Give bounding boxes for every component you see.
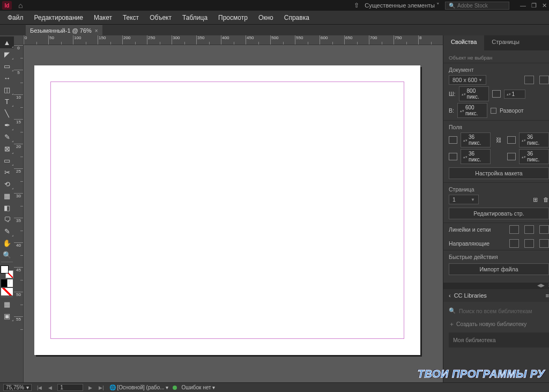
delete-page-icon[interactable]: 🗑 (543, 196, 549, 203)
baseline-grid-icon[interactable] (524, 225, 534, 234)
home-icon[interactable]: ⌂ (18, 1, 23, 10)
ruler-icon[interactable] (509, 225, 519, 234)
page-tool[interactable]: ▭ (0, 60, 14, 72)
preflight-label[interactable]: Ошибок нет ▾ (181, 384, 215, 390)
cc-libraries-header[interactable]: ‹ CC Libraries≡ (443, 289, 549, 302)
nav-first-icon[interactable]: |◀ (36, 385, 43, 390)
margin-bottom-icon (449, 153, 457, 160)
guides-label: Направляющие (449, 240, 489, 247)
margin-right-icon (507, 153, 516, 160)
margin-left-input[interactable]: ▴▾36 пикс. (519, 132, 549, 147)
zoom-selector[interactable]: 75,75% ▾ (3, 384, 32, 391)
gap-tool[interactable]: ↔ (0, 72, 14, 84)
zoom-tool[interactable]: 🔍 (0, 249, 14, 261)
gradient-feather-tool[interactable]: ◧ (0, 202, 14, 213)
tab-close-icon[interactable]: × (95, 28, 98, 34)
view-mode-normal[interactable]: ▦ (0, 298, 14, 310)
eyedropper-tool[interactable]: ✎ (0, 225, 14, 237)
width-input[interactable]: ▴▾800 пикс. (459, 86, 489, 101)
content-collector-tool[interactable]: ◫ (0, 84, 14, 95)
document-tab[interactable]: Безымянный-1 @ 76% × (26, 25, 102, 35)
facing-pages-label: Разворот (500, 107, 524, 114)
ruler-horizontal[interactable]: 050 100150 200250 300350 400450 500550 6… (24, 35, 443, 45)
share-icon[interactable]: ⇧ (354, 2, 359, 9)
master-page-indicator[interactable]: 🌐 [Основной] (рабо... ▾ (109, 384, 169, 390)
menu-edit[interactable]: Редактирование (29, 12, 88, 24)
ruler-vertical[interactable]: 05 1015 2025 3035 4045 5055 (14, 45, 24, 382)
menu-file[interactable]: Файл (2, 12, 29, 24)
line-tool[interactable]: ╲ (0, 107, 14, 119)
minimize-button[interactable]: — (520, 2, 526, 9)
scissors-tool[interactable]: ✂ (0, 166, 14, 178)
viewport[interactable] (24, 45, 443, 382)
direct-selection-tool[interactable]: ◤ (0, 48, 14, 60)
link-margins-icon[interactable]: ⛓ (496, 137, 502, 143)
height-input[interactable]: ▴▾600 пикс. (457, 103, 487, 118)
watermark: ТВОИ ПРОГРАММЫ РУ (418, 368, 545, 380)
preset-selector[interactable]: 800 x 600▼ (449, 75, 486, 85)
nav-prev-icon[interactable]: ◀ (47, 385, 53, 390)
canvas-area: 050 100150 200250 300350 400450 500550 6… (14, 35, 443, 382)
new-page-icon[interactable]: ⊞ (533, 196, 538, 203)
pages-icon (492, 90, 501, 98)
cc-new-library[interactable]: ＋ Создать новую библиотеку (449, 321, 549, 328)
menu-view[interactable]: Просмотр (213, 12, 253, 24)
guides-icon-1[interactable] (509, 239, 519, 248)
stock-search-input[interactable]: 🔍 Adobe Stock (445, 2, 509, 10)
menu-table[interactable]: Таблица (177, 12, 213, 24)
nav-next-icon[interactable]: ▶ (87, 385, 93, 390)
layout-settings-button[interactable]: Настройка макета (449, 167, 549, 179)
import-file-button[interactable]: Импорт файла (449, 263, 549, 275)
title-bar: Id ⌂ ⇧ Существенные элементы ˅ 🔍 Adobe S… (0, 0, 549, 11)
margin-top-icon (449, 136, 457, 144)
pencil-tool[interactable]: ✎ (0, 131, 14, 143)
document-grid-icon[interactable] (539, 225, 549, 234)
pen-tool[interactable]: ✒ (0, 119, 14, 131)
menu-object[interactable]: Объект (144, 12, 177, 24)
page[interactable] (34, 65, 420, 355)
panel-collapse-icon[interactable]: ◀▶ (537, 283, 545, 289)
tab-pages[interactable]: Страницы (484, 35, 527, 50)
margins-section-label: Поля (449, 124, 549, 130)
pages-input[interactable]: ▴▾1 (504, 90, 525, 99)
margin-right-input[interactable]: ▴▾36 пикс. (519, 149, 549, 164)
margin-bottom-input[interactable]: ▴▾36 пикс. (461, 149, 491, 164)
note-tool[interactable]: 🗨 (0, 213, 14, 225)
tab-properties[interactable]: Свойства (443, 35, 484, 50)
type-tool[interactable]: T (0, 95, 14, 107)
page-section-label: Страница (449, 186, 549, 193)
orientation-portrait-icon[interactable] (524, 76, 534, 84)
rectangle-frame-tool[interactable]: ⊠ (0, 143, 14, 154)
menu-type[interactable]: Текст (117, 12, 144, 24)
maximize-button[interactable]: ❐ (531, 2, 537, 9)
view-mode-preview[interactable]: ▣ (0, 310, 14, 322)
margin-top-input[interactable]: ▴▾36 пикс. (461, 132, 491, 147)
menu-layout[interactable]: Макет (88, 12, 117, 24)
orientation-landscape-icon[interactable] (539, 76, 549, 84)
menu-bar: Файл Редактирование Макет Текст Объект Т… (0, 11, 549, 25)
edit-page-button[interactable]: Редактировать стр. (449, 208, 549, 219)
selection-tool[interactable]: ▲ (0, 36, 14, 48)
apply-none[interactable] (1, 288, 13, 295)
cc-search-input[interactable]: 🔍 Поиск по всем библиотекам (449, 307, 549, 314)
close-button[interactable]: ✕ (542, 2, 547, 9)
facing-pages-checkbox[interactable] (491, 108, 496, 114)
hand-tool[interactable]: ✋ (0, 237, 14, 249)
page-number-selector[interactable]: 1▼ (449, 195, 479, 204)
workspace-selector[interactable]: Существенные элементы ˅ (365, 2, 440, 9)
page-nav-input[interactable]: 1 (57, 384, 83, 391)
guides-icon-3[interactable] (539, 239, 549, 248)
nav-last-icon[interactable]: ▶| (98, 385, 105, 390)
rectangle-tool[interactable]: ▭ (0, 154, 14, 166)
guides-icon-2[interactable] (524, 239, 534, 248)
fill-stroke-swatch[interactable] (1, 265, 13, 278)
format-container-text[interactable]: T (1, 279, 13, 287)
menu-window[interactable]: Окно (253, 12, 279, 24)
tab-title: Безымянный-1 @ 76% (30, 27, 92, 34)
document-section-label: Документ (449, 66, 549, 73)
ruler-origin[interactable] (14, 35, 24, 45)
gradient-swatch-tool[interactable]: ▦ (0, 190, 14, 202)
menu-help[interactable]: Справка (279, 12, 315, 24)
free-transform-tool[interactable]: ⟲ (0, 178, 14, 190)
cc-library-item[interactable]: Моя библиотека (449, 332, 549, 347)
